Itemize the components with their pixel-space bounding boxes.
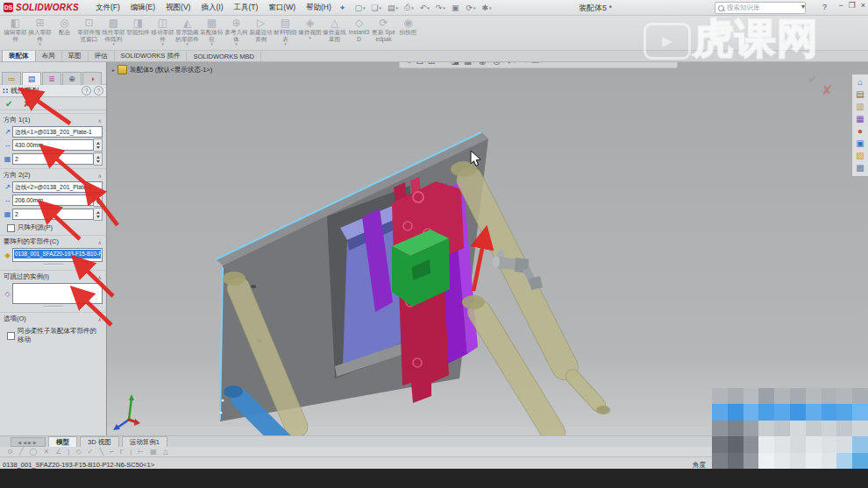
smart-fasteners-button[interactable]: ◨ 智能扣件 bbox=[126, 17, 150, 36]
rebuild-button[interactable]: ⟳▾ bbox=[464, 4, 477, 12]
print-button[interactable]: ⎙▾ bbox=[402, 3, 416, 12]
sketch-tool-icon[interactable]: ⌐ bbox=[110, 448, 114, 456]
count-spinner[interactable] bbox=[94, 208, 103, 221]
select-button[interactable]: ▣ bbox=[450, 4, 462, 12]
collapse-icon[interactable]: ∧ bbox=[98, 173, 102, 179]
sketch-tool-icon[interactable]: ◯ bbox=[30, 448, 38, 456]
pattern-seed-only-checkbox[interactable] bbox=[7, 224, 15, 232]
help-icon[interactable]: ? bbox=[94, 86, 103, 95]
sketch-tool-icon[interactable]: ⊢ bbox=[138, 448, 144, 456]
configurationmanager-tab[interactable]: ≣ bbox=[42, 72, 61, 85]
featuremanager-tab[interactable]: ≔ bbox=[2, 72, 21, 85]
components-listbox[interactable]: 0138_001_SFAZ20-193-F15-B10-P12-N6-SC50<… bbox=[12, 248, 103, 262]
linear-component-pattern-button[interactable]: ▩ 线性零部件阵列 ▾ bbox=[102, 17, 125, 46]
update-speedpak-button[interactable]: ⟳ 更新 Speedpak bbox=[372, 17, 395, 42]
direction2-edge-field[interactable]: 边线<2>@0138_201_Plate-1 bbox=[12, 181, 103, 193]
sketch-tool-icon[interactable]: | bbox=[130, 448, 132, 456]
direction1-edge-field[interactable]: 边线<1>@0138_201_Plate-1 bbox=[12, 126, 103, 138]
dimxpertmanager-tab[interactable]: ⊕ bbox=[62, 72, 82, 85]
sketch-tool-icon[interactable]: ∠ bbox=[55, 448, 61, 456]
show-hidden-components-button[interactable]: ◭ 显示隐藏的零部件 ▾ bbox=[175, 17, 199, 46]
tab-evaluate[interactable]: 评估 bbox=[89, 51, 115, 61]
assembly-features-button[interactable]: ▦ 装配体特征 ▾ bbox=[200, 17, 224, 46]
menu-insert[interactable]: 插入(I) bbox=[196, 2, 227, 14]
mate-button[interactable]: ◎ 配合 bbox=[53, 17, 76, 36]
sketch-tool-icon[interactable]: △ bbox=[163, 448, 168, 456]
open-button[interactable]: ❏▾ bbox=[369, 4, 383, 12]
listbox-resize-grip[interactable] bbox=[0, 262, 106, 267]
minimize-button[interactable]: − bbox=[838, 1, 843, 10]
listbox-resize-grip[interactable] bbox=[0, 304, 106, 309]
sketch-tool-icon[interactable]: ▦ bbox=[150, 448, 157, 456]
direction2-spacing-field[interactable]: 206.00mm bbox=[12, 194, 94, 206]
sketch-tool-icon[interactable]: ◇ bbox=[75, 448, 81, 456]
spacing-spinner[interactable] bbox=[94, 194, 103, 207]
instant3d-button[interactable]: ◇ Instant3D bbox=[347, 17, 371, 42]
restore-button[interactable]: ❐ bbox=[849, 1, 856, 10]
direction2-count-field[interactable]: 2 bbox=[12, 209, 94, 220]
tab-solidworks-addins[interactable]: SOLIDWORKS 插件 bbox=[115, 51, 188, 61]
cancel-button[interactable]: ✘ bbox=[23, 99, 30, 109]
documents-tab[interactable]: ▩ bbox=[856, 162, 864, 173]
spacing-spinner[interactable] bbox=[94, 138, 103, 152]
skip-listbox[interactable] bbox=[12, 283, 103, 304]
menu-tools[interactable]: 工具(T) bbox=[229, 2, 262, 14]
take-snapshot-button[interactable]: ◉ 拍快照 bbox=[396, 17, 420, 36]
close-button[interactable]: × bbox=[861, 1, 865, 10]
file-explorer-tab[interactable]: ▥ bbox=[856, 101, 864, 112]
collapse-icon[interactable]: ∧ bbox=[98, 117, 102, 124]
solidworks-forum-tab[interactable]: ▧ bbox=[856, 150, 864, 161]
view-palette-tab[interactable]: ▦ bbox=[856, 113, 864, 124]
new-document-button[interactable]: ▢▾ bbox=[352, 4, 366, 12]
ok-button[interactable]: ✔ bbox=[5, 99, 12, 109]
confirmation-corner-cancel-icon[interactable]: ✘ bbox=[822, 82, 833, 98]
insert-components-button[interactable]: ⊞ 插入零部件 ▾ bbox=[28, 17, 52, 46]
redo-button[interactable]: ↷▾ bbox=[434, 4, 447, 12]
design-library-tab[interactable]: ▤ bbox=[856, 88, 864, 100]
solidworks-resources-tab[interactable]: ⌂ bbox=[857, 76, 863, 88]
options-button[interactable]: ✱▾ bbox=[480, 4, 493, 12]
propertymanager-tab[interactable]: ▤ bbox=[22, 72, 41, 85]
sketch-tool-icon[interactable]: ╲ bbox=[99, 448, 103, 456]
sync-flexible-subassembly-checkbox[interactable] bbox=[7, 332, 15, 340]
count-spinner[interactable] bbox=[94, 152, 103, 166]
pin-toolbar-icon[interactable]: ✦ bbox=[339, 4, 346, 12]
edit-component-button[interactable]: ◧ 编辑零部件 bbox=[4, 17, 27, 42]
collapse-icon[interactable]: ∧ bbox=[98, 274, 102, 280]
menu-file[interactable]: 文件(F) bbox=[91, 2, 125, 14]
search-box[interactable]: 搜索知识库 bbox=[715, 2, 806, 14]
component-preview-button[interactable]: ⊡ 零部件预览窗口 bbox=[77, 17, 101, 42]
collapse-icon[interactable]: ∧ bbox=[98, 316, 102, 322]
undo-button[interactable]: ↶▾ bbox=[418, 4, 431, 12]
selected-component[interactable]: 0138_001_SFAZ20-193-F15-B10-P12-N6-SC50<… bbox=[14, 250, 101, 258]
sketch-tool-icon[interactable]: ╱ bbox=[19, 448, 24, 456]
feature-tree-flyout[interactable]: ▸ 装配体5 (默认<显示状态-1>) bbox=[112, 65, 212, 74]
move-component-button[interactable]: ◫ 移动零部件 ▾ bbox=[151, 17, 174, 46]
tab-layout[interactable]: 布局 bbox=[36, 51, 62, 61]
explode-line-sketch-button[interactable]: △ 爆炸直线草图 bbox=[323, 17, 346, 42]
search-dropdown-icon[interactable]: ▾ bbox=[801, 3, 805, 11]
tab-sketch[interactable]: 草图 bbox=[62, 51, 89, 61]
appearances-scenes-tab[interactable]: ● bbox=[857, 125, 863, 137]
sketch-tool-icon[interactable]: Γ bbox=[120, 448, 124, 456]
tab-scroll-buttons[interactable]: ◀◀▶▶ bbox=[11, 437, 46, 447]
pin-icon[interactable]: ? bbox=[82, 86, 91, 95]
sketch-tool-icon[interactable]: ⊙ bbox=[7, 448, 13, 456]
menu-help[interactable]: 帮助(H) bbox=[302, 2, 336, 14]
menu-edit[interactable]: 编辑(E) bbox=[126, 2, 160, 14]
sketch-tool-icon[interactable]: ✕ bbox=[43, 448, 49, 456]
bill-of-materials-button[interactable]: ▤ 材料明细表 ▾ bbox=[274, 17, 297, 46]
menu-view[interactable]: 视图(V) bbox=[161, 2, 195, 14]
tab-solidworks-mbd[interactable]: SOLIDWORKS MBD bbox=[187, 52, 261, 61]
tab-assembly[interactable]: 装配体 bbox=[2, 50, 36, 61]
sketch-tool-icon[interactable]: ✓ bbox=[88, 448, 94, 456]
exploded-view-button[interactable]: ◈ 爆炸视图 ▾ bbox=[298, 17, 322, 39]
reference-geometry-button[interactable]: ⊕ 参考几何体 ▾ bbox=[224, 17, 248, 46]
save-button[interactable]: ▤▾ bbox=[386, 4, 400, 12]
displaymanager-tab[interactable]: ◑ bbox=[82, 72, 102, 85]
flyout-expand-icon[interactable]: ▸ bbox=[112, 67, 115, 73]
help-button[interactable]: ? bbox=[822, 3, 827, 11]
custom-properties-tab[interactable]: ▣ bbox=[856, 138, 864, 149]
confirmation-corner-ok-icon[interactable]: ✔ bbox=[808, 72, 818, 86]
new-motion-study-button[interactable]: ▷ 新建运动算例 bbox=[249, 17, 273, 42]
